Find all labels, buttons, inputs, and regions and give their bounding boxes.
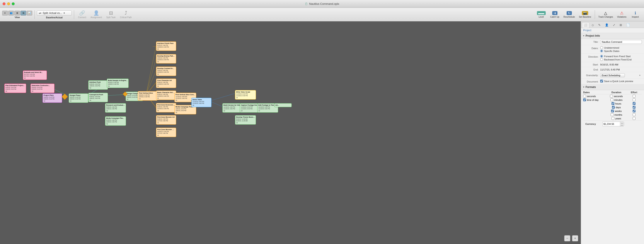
view-btn-network[interactable]: ⧉ [20, 11, 26, 16]
node-title: Concept Art Push [90, 94, 107, 96]
canvas-area[interactable]: Plan Estimated Project... 9/16/15, 6:42 … [0, 21, 581, 244]
critical-path-button[interactable]: ⤴ Critical Path [118, 10, 134, 20]
duration-months-check[interactable] [611, 113, 614, 116]
node-core-character[interactable]: Core Character Art 9/28/15, 6:40 PM10/20… [156, 79, 176, 88]
duration-years-check[interactable] [612, 117, 614, 120]
assignment-button[interactable]: 👤 Assignment [89, 10, 104, 20]
currency-step-up[interactable]: ▲ [620, 122, 624, 124]
close-button[interactable] [2, 3, 6, 5]
document-row: Document: Save a Quick Look preview [581, 79, 644, 84]
currency-input[interactable] [602, 122, 620, 126]
dates-seconds-cell: seconds [583, 95, 607, 98]
direction-forward-radio[interactable] [600, 55, 603, 58]
dates-specific-option[interactable]: Specific Dates [600, 50, 619, 52]
effort-weeks-check[interactable] [633, 110, 636, 112]
node-develop-combat[interactable]: Develop Combat Engi... 10/9/15, 6:40 PM1… [156, 67, 176, 76]
tab-shape[interactable]: ◇ [590, 22, 596, 28]
set-baseline-button[interactable]: 📷 Set Baseline [577, 10, 593, 19]
node-title: Develop Theme Music... [236, 116, 255, 118]
node-write-video-script[interactable]: Write Video Script 11/10/15, 6:42 PM11/1… [235, 90, 256, 100]
tab-text[interactable]: ✎ [596, 22, 602, 28]
direction-backward-option[interactable]: Backward from Fixed End [600, 58, 632, 61]
duration-seconds-check[interactable] [610, 95, 613, 98]
duration-weeks-check[interactable] [611, 110, 614, 112]
effort-days-check[interactable] [633, 106, 636, 109]
duration-minutes-label: minutes [614, 99, 623, 101]
inspect-button[interactable]: ℹ Inspect [629, 10, 642, 19]
view-btn-grid[interactable]: ⊞ [14, 11, 20, 16]
node-plan-estimated[interactable]: Plan Estimated Project... 9/16/15, 6:42 … [4, 84, 26, 93]
catch-up-button[interactable]: ⇉ Catch Up [548, 10, 561, 19]
effort-minutes-check[interactable] [633, 98, 636, 101]
node-project-pitch[interactable]: Project Pitch 9/18/15, 6:42 PM9/18/15, 6… [42, 93, 62, 103]
view-btn-list[interactable]: ≡ [2, 11, 8, 16]
level-button[interactable]: ▬▬ Level [535, 10, 548, 19]
document-label: Document: [583, 80, 598, 83]
dates-undetermined-radio[interactable] [600, 46, 603, 49]
node-evaluate-select[interactable]: Evaluate and Select M... 9/17/15, 3:23 P… [23, 71, 47, 80]
node-first-zone-monster-anim[interactable]: First Zone Monster An... 10/20/15, 6:40 … [156, 128, 176, 137]
node-basic-character[interactable]: Basic Character Anima... 9/28/15, 6:40 P… [156, 91, 176, 100]
project-info-header[interactable]: ▼ Project Info [581, 33, 644, 39]
minimize-button[interactable] [7, 3, 10, 5]
effort-years-check[interactable] [633, 117, 636, 120]
node-media-campaign-phase1[interactable]: Media Campaign Pha... 9/29/15, 6:40 PM10… [105, 116, 126, 126]
split-task-button[interactable]: ⊟ Split Task [105, 10, 118, 20]
duration-hours-check[interactable] [612, 102, 614, 105]
tab-grid[interactable]: ⊞ [618, 22, 624, 28]
node-design-phase[interactable]: Design Phase 9/20/15, 6:40 PM9/20/15, 6:… [69, 93, 88, 103]
node-develop-theme-music[interactable]: Develop Theme Music... 9/16/15, 11:00 AM… [235, 115, 256, 125]
node-research-evaluate[interactable]: Research and Evaluate... 9/29/15, 6:40 P… [105, 103, 126, 113]
zoom-in-button[interactable]: + [572, 235, 578, 241]
node-title: Capture Footage from... [241, 104, 260, 106]
node-concept-art-push[interactable]: Concept Art Push 9/29/15, 6:40 PM10/8/15… [88, 93, 108, 102]
effort-seconds-check[interactable] [633, 95, 636, 98]
view-btn-chart[interactable]: 📊 [26, 11, 32, 16]
formats-header-row: Dates Duration Effort [583, 90, 642, 94]
milestone-gate[interactable] [62, 94, 68, 100]
reschedule-button[interactable]: ↻ Reschedule [562, 10, 577, 19]
tab-person[interactable]: 👤 [603, 22, 610, 28]
effort-hours-check[interactable] [633, 102, 636, 105]
granularity-select[interactable]: Exact Scheduling Hour Day Week [600, 73, 625, 77]
view-btn-people[interactable]: 👥 [8, 11, 14, 16]
node-info: 11/10/15, 6:40 PM11/10/15, 6:40 PM1d [258, 106, 277, 112]
duration-weeks-label: weeks [615, 110, 622, 112]
tab-project[interactable]: ⬜ [582, 22, 589, 28]
node-build-sample[interactable]: Build Sample In-Engine... 9/29/15, 6:40 … [107, 79, 129, 88]
node-determine-contractor[interactable]: Determine Contractor... 9/18/15, 6:42 PM… [30, 84, 54, 93]
document-checkbox[interactable] [600, 80, 603, 83]
effort-months-check[interactable] [633, 113, 636, 116]
currency-step-down[interactable]: ▼ [620, 124, 624, 126]
dates-timeofday-check[interactable] [583, 98, 586, 101]
connect-button[interactable]: 🔗 Connect [76, 10, 88, 20]
direction-forward-option[interactable]: Forward from Fixed Start [600, 55, 632, 58]
node-interface-push[interactable]: Interface Push 9/29/15, 6:40 PM10/8/15, … [88, 80, 108, 90]
baseline-dropdown-text: Split: Actual vs... [43, 12, 62, 15]
formats-dates-header: Dates [583, 91, 607, 94]
direction-backward-radio[interactable] [600, 58, 603, 61]
node-demo-video[interactable]: Demo Video 11/10/15, 6:40 PM11/10/15, 6:… [192, 98, 212, 107]
effort-months-cell [626, 113, 642, 116]
zoom-out-button[interactable]: − [564, 235, 570, 241]
node-interface-finish[interactable]: Interface Finish Pass 9/25/15, 6:48 PM10… [156, 42, 176, 51]
track-changes-button[interactable]: △ Track Changes [597, 10, 615, 19]
baseline-dropdown[interactable]: ⇌ Split: Actual vs... ▼ [37, 11, 72, 16]
dates-seconds-check[interactable] [583, 95, 586, 98]
duration-days-check[interactable] [612, 106, 615, 109]
document-check-option[interactable]: Save a Quick Look preview [600, 80, 633, 83]
node-develop-enemy[interactable]: Develop Enemy Patter... 10/9/15, 6:40 PM… [156, 54, 176, 64]
duration-minutes-check[interactable] [610, 98, 613, 101]
tab-doc[interactable]: 📄 [624, 22, 632, 28]
node-first-zone-monster[interactable]: First Zone Monster Art 9/28/15, 6:40 PM1… [156, 115, 176, 125]
formats-header[interactable]: ▼ Formats [581, 84, 644, 90]
node-partial-right[interactable]: Ad... [274, 103, 292, 107]
dates-undetermined-option[interactable]: Undetermined [600, 46, 619, 49]
maximize-button[interactable] [12, 3, 14, 5]
dates-specific-radio[interactable] [600, 50, 603, 52]
title-input[interactable] [600, 40, 642, 44]
violations-button[interactable]: ⚠ Violations [615, 10, 628, 19]
node-first-zone-env[interactable]: First Zone Environment... 9/28/15, 6:40 … [156, 103, 176, 112]
tab-resize[interactable]: ⤢ [611, 22, 617, 28]
node-first-vertical-slice[interactable]: First Vertical Slice 9/28/15, 6:40 PM10/… [138, 91, 158, 101]
